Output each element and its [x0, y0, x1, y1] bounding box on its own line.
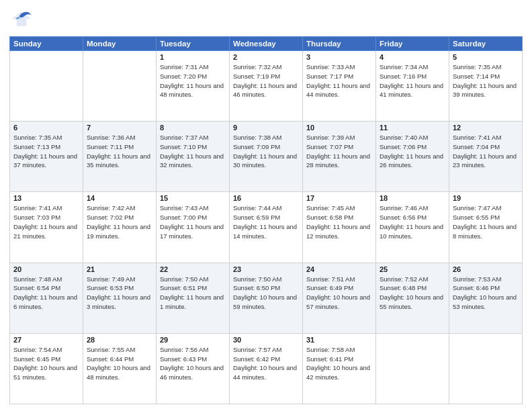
cell-info: Sunrise: 7:47 AM Sunset: 6:55 PM Dayligh… [453, 203, 519, 240]
cell-info: Sunrise: 7:50 AM Sunset: 6:50 PM Dayligh… [233, 275, 299, 312]
calendar-cell: 3Sunrise: 7:33 AM Sunset: 7:17 PM Daylig… [303, 51, 376, 122]
calendar-cell: 2Sunrise: 7:32 AM Sunset: 7:19 PM Daylig… [230, 51, 303, 122]
cell-info: Sunrise: 7:36 AM Sunset: 7:11 PM Dayligh… [87, 133, 152, 170]
day-number: 13 [13, 194, 79, 202]
cell-info: Sunrise: 7:56 AM Sunset: 6:43 PM Dayligh… [160, 345, 226, 382]
cell-info: Sunrise: 7:52 AM Sunset: 6:48 PM Dayligh… [380, 275, 445, 312]
calendar-header: SundayMondayTuesdayWednesdayThursdayFrid… [10, 37, 523, 51]
calendar-cell: 15Sunrise: 7:43 AM Sunset: 7:00 PM Dayli… [157, 192, 230, 263]
calendar-body: 1Sunrise: 7:31 AM Sunset: 7:20 PM Daylig… [10, 51, 523, 404]
calendar-cell: 31Sunrise: 7:58 AM Sunset: 6:41 PM Dayli… [303, 333, 376, 404]
cell-info: Sunrise: 7:48 AM Sunset: 6:54 PM Dayligh… [13, 275, 79, 312]
day-number: 29 [160, 336, 226, 344]
logo [9, 7, 36, 31]
calendar-cell [83, 51, 157, 122]
day-number: 17 [306, 194, 372, 202]
cell-info: Sunrise: 7:46 AM Sunset: 6:56 PM Dayligh… [380, 203, 445, 240]
weekday-header: Wednesday [230, 37, 303, 51]
calendar-cell: 21Sunrise: 7:49 AM Sunset: 6:53 PM Dayli… [83, 263, 157, 333]
calendar-cell [376, 333, 449, 404]
calendar-cell: 19Sunrise: 7:47 AM Sunset: 6:55 PM Dayli… [449, 192, 523, 263]
cell-info: Sunrise: 7:53 AM Sunset: 6:46 PM Dayligh… [453, 275, 519, 312]
cell-info: Sunrise: 7:57 AM Sunset: 6:42 PM Dayligh… [233, 345, 299, 382]
calendar-table: SundayMondayTuesdayWednesdayThursdayFrid… [9, 36, 523, 404]
cell-info: Sunrise: 7:44 AM Sunset: 6:59 PM Dayligh… [233, 203, 299, 240]
day-number: 25 [380, 265, 445, 273]
calendar-cell: 25Sunrise: 7:52 AM Sunset: 6:48 PM Dayli… [376, 263, 449, 333]
day-number: 15 [160, 194, 226, 202]
cell-info: Sunrise: 7:42 AM Sunset: 7:02 PM Dayligh… [87, 203, 152, 240]
calendar-cell: 23Sunrise: 7:50 AM Sunset: 6:50 PM Dayli… [230, 263, 303, 333]
cell-info: Sunrise: 7:38 AM Sunset: 7:09 PM Dayligh… [233, 133, 299, 170]
cell-info: Sunrise: 7:35 AM Sunset: 7:14 PM Dayligh… [453, 62, 519, 99]
day-number: 23 [233, 265, 299, 273]
day-number: 1 [160, 53, 226, 61]
day-number: 18 [380, 194, 445, 202]
calendar-row: 6Sunrise: 7:35 AM Sunset: 7:13 PM Daylig… [10, 122, 523, 192]
logo-icon [9, 7, 34, 31]
cell-info: Sunrise: 7:34 AM Sunset: 7:16 PM Dayligh… [380, 62, 445, 99]
day-number: 9 [233, 124, 299, 132]
day-number: 22 [160, 265, 226, 273]
day-number: 28 [87, 336, 152, 344]
calendar-cell: 27Sunrise: 7:54 AM Sunset: 6:45 PM Dayli… [10, 333, 83, 404]
calendar-cell: 7Sunrise: 7:36 AM Sunset: 7:11 PM Daylig… [83, 122, 157, 192]
day-number: 31 [306, 336, 372, 344]
calendar-cell: 9Sunrise: 7:38 AM Sunset: 7:09 PM Daylig… [230, 122, 303, 192]
cell-info: Sunrise: 7:49 AM Sunset: 6:53 PM Dayligh… [87, 275, 152, 312]
calendar-cell: 14Sunrise: 7:42 AM Sunset: 7:02 PM Dayli… [83, 192, 157, 263]
day-number: 4 [380, 53, 445, 61]
weekday-header: Tuesday [157, 37, 230, 51]
calendar-cell: 17Sunrise: 7:45 AM Sunset: 6:58 PM Dayli… [303, 192, 376, 263]
calendar-cell: 13Sunrise: 7:41 AM Sunset: 7:03 PM Dayli… [10, 192, 83, 263]
cell-info: Sunrise: 7:31 AM Sunset: 7:20 PM Dayligh… [160, 62, 226, 99]
calendar-cell: 16Sunrise: 7:44 AM Sunset: 6:59 PM Dayli… [230, 192, 303, 263]
day-number: 20 [13, 265, 79, 273]
cell-info: Sunrise: 7:50 AM Sunset: 6:51 PM Dayligh… [160, 275, 226, 312]
calendar-cell: 6Sunrise: 7:35 AM Sunset: 7:13 PM Daylig… [10, 122, 83, 192]
day-number: 14 [87, 194, 152, 202]
cell-info: Sunrise: 7:39 AM Sunset: 7:07 PM Dayligh… [306, 133, 372, 170]
day-number: 16 [233, 194, 299, 202]
cell-info: Sunrise: 7:37 AM Sunset: 7:10 PM Dayligh… [160, 133, 226, 170]
day-number: 21 [87, 265, 152, 273]
calendar-cell: 28Sunrise: 7:55 AM Sunset: 6:44 PM Dayli… [83, 333, 157, 404]
header [9, 7, 523, 31]
page: SundayMondayTuesdayWednesdayThursdayFrid… [0, 0, 532, 411]
day-number: 12 [453, 124, 519, 132]
cell-info: Sunrise: 7:45 AM Sunset: 6:58 PM Dayligh… [306, 203, 372, 240]
calendar-cell: 29Sunrise: 7:56 AM Sunset: 6:43 PM Dayli… [157, 333, 230, 404]
day-number: 2 [233, 53, 299, 61]
day-number: 7 [87, 124, 152, 132]
cell-info: Sunrise: 7:32 AM Sunset: 7:19 PM Dayligh… [233, 62, 299, 99]
cell-info: Sunrise: 7:54 AM Sunset: 6:45 PM Dayligh… [13, 345, 79, 382]
day-number: 3 [306, 53, 372, 61]
cell-info: Sunrise: 7:58 AM Sunset: 6:41 PM Dayligh… [306, 345, 372, 382]
cell-info: Sunrise: 7:55 AM Sunset: 6:44 PM Dayligh… [87, 345, 152, 382]
calendar-cell: 8Sunrise: 7:37 AM Sunset: 7:10 PM Daylig… [157, 122, 230, 192]
day-number: 11 [380, 124, 445, 132]
day-number: 6 [13, 124, 79, 132]
day-number: 30 [233, 336, 299, 344]
calendar-cell: 20Sunrise: 7:48 AM Sunset: 6:54 PM Dayli… [10, 263, 83, 333]
day-number: 5 [453, 53, 519, 61]
cell-info: Sunrise: 7:40 AM Sunset: 7:06 PM Dayligh… [380, 133, 445, 170]
cell-info: Sunrise: 7:51 AM Sunset: 6:49 PM Dayligh… [306, 275, 372, 312]
calendar-cell: 24Sunrise: 7:51 AM Sunset: 6:49 PM Dayli… [303, 263, 376, 333]
cell-info: Sunrise: 7:43 AM Sunset: 7:00 PM Dayligh… [160, 203, 226, 240]
calendar-cell: 1Sunrise: 7:31 AM Sunset: 7:20 PM Daylig… [157, 51, 230, 122]
weekday-header: Thursday [303, 37, 376, 51]
weekday-header: Saturday [449, 37, 523, 51]
day-number: 24 [306, 265, 372, 273]
calendar-cell: 22Sunrise: 7:50 AM Sunset: 6:51 PM Dayli… [157, 263, 230, 333]
calendar-cell: 5Sunrise: 7:35 AM Sunset: 7:14 PM Daylig… [449, 51, 523, 122]
calendar-row: 13Sunrise: 7:41 AM Sunset: 7:03 PM Dayli… [10, 192, 523, 263]
calendar-cell: 12Sunrise: 7:41 AM Sunset: 7:04 PM Dayli… [449, 122, 523, 192]
calendar-row: 27Sunrise: 7:54 AM Sunset: 6:45 PM Dayli… [10, 333, 523, 404]
weekday-header: Friday [376, 37, 449, 51]
cell-info: Sunrise: 7:33 AM Sunset: 7:17 PM Dayligh… [306, 62, 372, 99]
day-number: 27 [13, 336, 79, 344]
calendar-row: 20Sunrise: 7:48 AM Sunset: 6:54 PM Dayli… [10, 263, 523, 333]
calendar-cell: 11Sunrise: 7:40 AM Sunset: 7:06 PM Dayli… [376, 122, 449, 192]
calendar-cell [10, 51, 83, 122]
